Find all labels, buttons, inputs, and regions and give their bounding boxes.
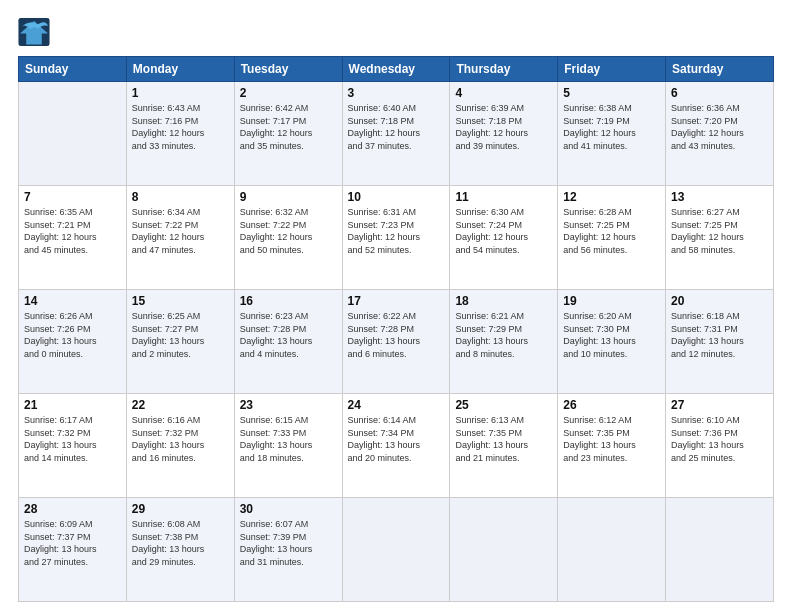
day-number: 26 (563, 398, 660, 412)
cell-info: Sunrise: 6:30 AMSunset: 7:24 PMDaylight:… (455, 206, 552, 256)
cell-info: Sunrise: 6:25 AMSunset: 7:27 PMDaylight:… (132, 310, 229, 360)
calendar-cell: 22Sunrise: 6:16 AMSunset: 7:32 PMDayligh… (126, 394, 234, 498)
calendar-cell: 15Sunrise: 6:25 AMSunset: 7:27 PMDayligh… (126, 290, 234, 394)
day-number: 16 (240, 294, 337, 308)
day-number: 3 (348, 86, 445, 100)
cell-info: Sunrise: 6:40 AMSunset: 7:18 PMDaylight:… (348, 102, 445, 152)
calendar-week-row: 7Sunrise: 6:35 AMSunset: 7:21 PMDaylight… (19, 186, 774, 290)
cell-info: Sunrise: 6:26 AMSunset: 7:26 PMDaylight:… (24, 310, 121, 360)
cell-info: Sunrise: 6:38 AMSunset: 7:19 PMDaylight:… (563, 102, 660, 152)
day-number: 7 (24, 190, 121, 204)
weekday-header-wednesday: Wednesday (342, 57, 450, 82)
calendar-cell: 2Sunrise: 6:42 AMSunset: 7:17 PMDaylight… (234, 82, 342, 186)
weekday-header-friday: Friday (558, 57, 666, 82)
cell-info: Sunrise: 6:12 AMSunset: 7:35 PMDaylight:… (563, 414, 660, 464)
logo-area (18, 18, 54, 46)
weekday-header-row: SundayMondayTuesdayWednesdayThursdayFrid… (19, 57, 774, 82)
calendar-cell: 29Sunrise: 6:08 AMSunset: 7:38 PMDayligh… (126, 498, 234, 602)
day-number: 27 (671, 398, 768, 412)
calendar-cell: 3Sunrise: 6:40 AMSunset: 7:18 PMDaylight… (342, 82, 450, 186)
cell-info: Sunrise: 6:31 AMSunset: 7:23 PMDaylight:… (348, 206, 445, 256)
cell-info: Sunrise: 6:09 AMSunset: 7:37 PMDaylight:… (24, 518, 121, 568)
calendar-cell (558, 498, 666, 602)
cell-info: Sunrise: 6:39 AMSunset: 7:18 PMDaylight:… (455, 102, 552, 152)
calendar-cell: 6Sunrise: 6:36 AMSunset: 7:20 PMDaylight… (666, 82, 774, 186)
day-number: 2 (240, 86, 337, 100)
calendar-cell: 5Sunrise: 6:38 AMSunset: 7:19 PMDaylight… (558, 82, 666, 186)
cell-info: Sunrise: 6:17 AMSunset: 7:32 PMDaylight:… (24, 414, 121, 464)
calendar-cell: 11Sunrise: 6:30 AMSunset: 7:24 PMDayligh… (450, 186, 558, 290)
header (18, 18, 774, 46)
calendar-cell: 16Sunrise: 6:23 AMSunset: 7:28 PMDayligh… (234, 290, 342, 394)
day-number: 5 (563, 86, 660, 100)
calendar-cell: 18Sunrise: 6:21 AMSunset: 7:29 PMDayligh… (450, 290, 558, 394)
day-number: 20 (671, 294, 768, 308)
day-number: 19 (563, 294, 660, 308)
day-number: 11 (455, 190, 552, 204)
day-number: 17 (348, 294, 445, 308)
cell-info: Sunrise: 6:08 AMSunset: 7:38 PMDaylight:… (132, 518, 229, 568)
day-number: 13 (671, 190, 768, 204)
calendar-cell: 24Sunrise: 6:14 AMSunset: 7:34 PMDayligh… (342, 394, 450, 498)
calendar-cell (666, 498, 774, 602)
day-number: 14 (24, 294, 121, 308)
calendar-cell: 28Sunrise: 6:09 AMSunset: 7:37 PMDayligh… (19, 498, 127, 602)
calendar-cell: 23Sunrise: 6:15 AMSunset: 7:33 PMDayligh… (234, 394, 342, 498)
calendar-cell: 21Sunrise: 6:17 AMSunset: 7:32 PMDayligh… (19, 394, 127, 498)
day-number: 9 (240, 190, 337, 204)
calendar-cell: 26Sunrise: 6:12 AMSunset: 7:35 PMDayligh… (558, 394, 666, 498)
cell-info: Sunrise: 6:23 AMSunset: 7:28 PMDaylight:… (240, 310, 337, 360)
cell-info: Sunrise: 6:43 AMSunset: 7:16 PMDaylight:… (132, 102, 229, 152)
cell-info: Sunrise: 6:34 AMSunset: 7:22 PMDaylight:… (132, 206, 229, 256)
calendar-cell: 20Sunrise: 6:18 AMSunset: 7:31 PMDayligh… (666, 290, 774, 394)
generalblue-logo-icon (18, 18, 50, 46)
cell-info: Sunrise: 6:32 AMSunset: 7:22 PMDaylight:… (240, 206, 337, 256)
cell-info: Sunrise: 6:18 AMSunset: 7:31 PMDaylight:… (671, 310, 768, 360)
day-number: 8 (132, 190, 229, 204)
day-number: 12 (563, 190, 660, 204)
cell-info: Sunrise: 6:16 AMSunset: 7:32 PMDaylight:… (132, 414, 229, 464)
calendar-week-row: 28Sunrise: 6:09 AMSunset: 7:37 PMDayligh… (19, 498, 774, 602)
cell-info: Sunrise: 6:20 AMSunset: 7:30 PMDaylight:… (563, 310, 660, 360)
calendar-cell: 27Sunrise: 6:10 AMSunset: 7:36 PMDayligh… (666, 394, 774, 498)
day-number: 25 (455, 398, 552, 412)
cell-info: Sunrise: 6:14 AMSunset: 7:34 PMDaylight:… (348, 414, 445, 464)
calendar-week-row: 1Sunrise: 6:43 AMSunset: 7:16 PMDaylight… (19, 82, 774, 186)
cell-info: Sunrise: 6:22 AMSunset: 7:28 PMDaylight:… (348, 310, 445, 360)
calendar-cell: 7Sunrise: 6:35 AMSunset: 7:21 PMDaylight… (19, 186, 127, 290)
weekday-header-sunday: Sunday (19, 57, 127, 82)
calendar-cell (19, 82, 127, 186)
calendar-cell: 17Sunrise: 6:22 AMSunset: 7:28 PMDayligh… (342, 290, 450, 394)
day-number: 21 (24, 398, 121, 412)
weekday-header-thursday: Thursday (450, 57, 558, 82)
cell-info: Sunrise: 6:27 AMSunset: 7:25 PMDaylight:… (671, 206, 768, 256)
day-number: 10 (348, 190, 445, 204)
day-number: 1 (132, 86, 229, 100)
day-number: 6 (671, 86, 768, 100)
day-number: 29 (132, 502, 229, 516)
calendar-cell: 25Sunrise: 6:13 AMSunset: 7:35 PMDayligh… (450, 394, 558, 498)
cell-info: Sunrise: 6:10 AMSunset: 7:36 PMDaylight:… (671, 414, 768, 464)
cell-info: Sunrise: 6:07 AMSunset: 7:39 PMDaylight:… (240, 518, 337, 568)
day-number: 4 (455, 86, 552, 100)
day-number: 22 (132, 398, 229, 412)
calendar-cell: 30Sunrise: 6:07 AMSunset: 7:39 PMDayligh… (234, 498, 342, 602)
calendar-week-row: 14Sunrise: 6:26 AMSunset: 7:26 PMDayligh… (19, 290, 774, 394)
calendar-cell: 10Sunrise: 6:31 AMSunset: 7:23 PMDayligh… (342, 186, 450, 290)
calendar-cell (450, 498, 558, 602)
cell-info: Sunrise: 6:28 AMSunset: 7:25 PMDaylight:… (563, 206, 660, 256)
day-number: 28 (24, 502, 121, 516)
calendar-cell: 19Sunrise: 6:20 AMSunset: 7:30 PMDayligh… (558, 290, 666, 394)
cell-info: Sunrise: 6:42 AMSunset: 7:17 PMDaylight:… (240, 102, 337, 152)
calendar-week-row: 21Sunrise: 6:17 AMSunset: 7:32 PMDayligh… (19, 394, 774, 498)
page: SundayMondayTuesdayWednesdayThursdayFrid… (0, 0, 792, 612)
cell-info: Sunrise: 6:36 AMSunset: 7:20 PMDaylight:… (671, 102, 768, 152)
weekday-header-monday: Monday (126, 57, 234, 82)
calendar-cell: 9Sunrise: 6:32 AMSunset: 7:22 PMDaylight… (234, 186, 342, 290)
calendar-cell (342, 498, 450, 602)
calendar-cell: 12Sunrise: 6:28 AMSunset: 7:25 PMDayligh… (558, 186, 666, 290)
calendar-table: SundayMondayTuesdayWednesdayThursdayFrid… (18, 56, 774, 602)
calendar-cell: 13Sunrise: 6:27 AMSunset: 7:25 PMDayligh… (666, 186, 774, 290)
weekday-header-tuesday: Tuesday (234, 57, 342, 82)
cell-info: Sunrise: 6:35 AMSunset: 7:21 PMDaylight:… (24, 206, 121, 256)
